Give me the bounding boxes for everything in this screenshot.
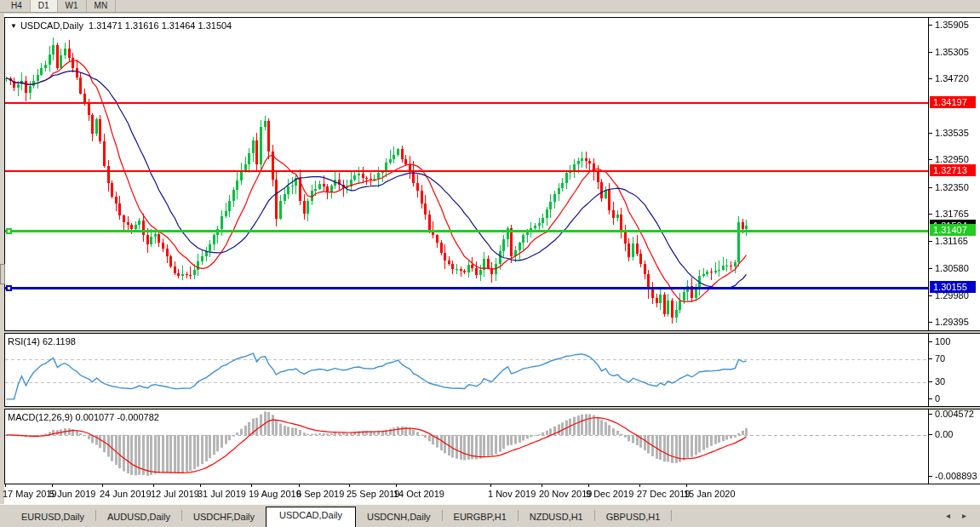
tab-scroll-left-icon[interactable]: ◂ xyxy=(941,511,957,520)
macd-panel[interactable] xyxy=(5,410,928,484)
rsi-panel[interactable] xyxy=(5,334,928,406)
window-left-edge xyxy=(0,14,4,504)
macd-separator-bottom xyxy=(4,409,980,410)
rsi-separator-bottom xyxy=(4,333,980,334)
chart-border-top xyxy=(4,17,980,18)
price-panel[interactable] xyxy=(5,18,928,330)
panel-splitter-handle[interactable] xyxy=(0,264,5,284)
price-axis-divider xyxy=(928,17,929,484)
tab-scrollbar: ◂▸ xyxy=(941,511,973,520)
chart-border-bottom xyxy=(4,484,980,484)
tab-scroll-right-icon[interactable]: ▸ xyxy=(957,511,973,520)
chart-border-left xyxy=(4,17,5,484)
